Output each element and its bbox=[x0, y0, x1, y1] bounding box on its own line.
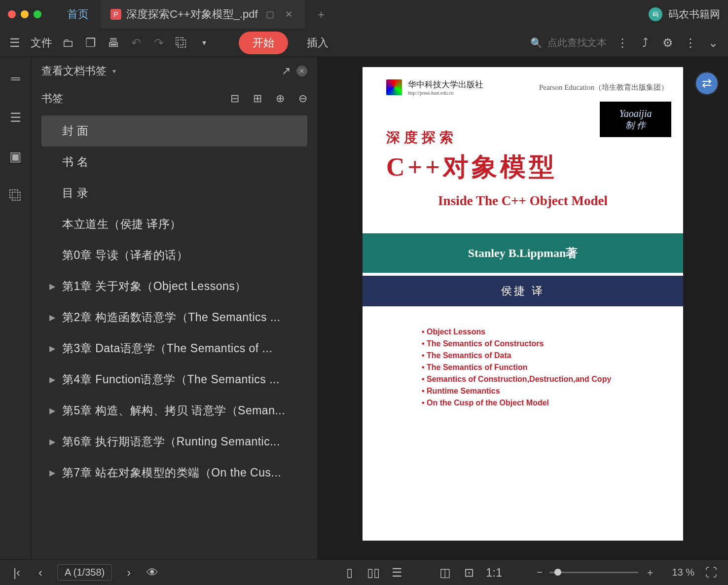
remove-bookmark-icon[interactable]: ⊖ bbox=[298, 92, 307, 105]
add-tab-button[interactable]: ＋ bbox=[305, 6, 337, 22]
bookmark-label: 封 面 bbox=[62, 123, 89, 139]
slider-thumb[interactable] bbox=[554, 569, 561, 576]
chevron-down-icon[interactable]: ▾ bbox=[112, 67, 116, 75]
minimize-window-button[interactable] bbox=[21, 10, 29, 18]
print-icon[interactable]: 🖶 bbox=[107, 36, 120, 50]
left-rail: ═ ☰ ▣ ⿻ bbox=[0, 57, 32, 559]
bookmark-label: 书 名 bbox=[62, 154, 89, 170]
bookmark-list: ▶封 面▶书 名▶目 录▶本立道生（侯捷 译序）▶第0章 导读（译者的话）▶第1… bbox=[32, 112, 317, 559]
pdf-icon: P bbox=[110, 9, 121, 20]
start-button[interactable]: 开始 bbox=[239, 32, 288, 54]
caret-right-icon[interactable]: ▶ bbox=[49, 282, 56, 291]
close-tab-icon[interactable]: ✕ bbox=[282, 9, 295, 20]
caret-right-icon[interactable]: ▶ bbox=[49, 344, 56, 353]
chevron-down-icon[interactable]: ▾ bbox=[197, 38, 211, 47]
caret-right-icon[interactable]: ▶ bbox=[49, 437, 56, 446]
publisher-name: 华中科技大学出版社 bbox=[408, 79, 483, 90]
insert-menu-button[interactable]: 插入 bbox=[307, 36, 328, 50]
external-display-icon[interactable]: ▢ bbox=[263, 9, 277, 20]
more-vertical-icon[interactable]: ⋮ bbox=[616, 36, 629, 50]
topic-item: Semantics of Construction,Destruction,an… bbox=[422, 373, 668, 385]
file-menu-button[interactable]: 文件 bbox=[31, 36, 52, 50]
sidebar-title: 查看文档书签 bbox=[41, 64, 107, 78]
user-area[interactable]: 码 码农书籍网 bbox=[649, 7, 720, 21]
first-page-icon[interactable]: |‹ bbox=[10, 566, 24, 580]
next-page-icon[interactable]: › bbox=[122, 566, 136, 580]
bookmark-item[interactable]: ▶目 录 bbox=[41, 178, 307, 209]
sidebar-header: 查看文档书签 ▾ ↗ ✕ bbox=[32, 57, 317, 85]
bookmark-label: 第3章 Data语意学（The Semantics of ... bbox=[62, 341, 272, 356]
collapse-icon[interactable]: ⌄ bbox=[706, 36, 720, 50]
caret-right-icon[interactable]: ▶ bbox=[49, 468, 56, 477]
close-sidebar-icon[interactable]: ✕ bbox=[296, 66, 307, 76]
menu-icon[interactable]: ☰ bbox=[8, 36, 22, 50]
bookmark-label: 本立道生（侯捷 译序） bbox=[62, 217, 182, 232]
slider-track[interactable] bbox=[549, 572, 638, 573]
bookmark-item[interactable]: ▶第0章 导读（译者的话） bbox=[41, 240, 307, 271]
fit-width-icon[interactable]: ◫ bbox=[438, 566, 452, 580]
bookmark-item[interactable]: ▶第6章 执行期语意学（Runting Semantic... bbox=[41, 426, 307, 457]
bookmark-label: 第5章 构造、解构、拷贝 语意学（Seman... bbox=[62, 403, 285, 418]
search-icon: 🔍 bbox=[530, 37, 543, 49]
caret-right-icon[interactable]: ▶ bbox=[49, 375, 56, 384]
thumbnail-icon[interactable]: ▣ bbox=[9, 149, 22, 164]
copy-icon[interactable]: ❐ bbox=[84, 36, 98, 50]
add-bookmark-icon[interactable]: ⊕ bbox=[276, 92, 285, 105]
bookmark-item[interactable]: ▶书 名 bbox=[41, 146, 307, 178]
gear-icon[interactable]: ⚙ bbox=[661, 36, 675, 50]
pearson-label: Pearson Education（培生教育出版集团） bbox=[539, 83, 668, 92]
prev-page-icon[interactable]: ‹ bbox=[34, 566, 47, 580]
statusbar: |‹ ‹ A (1/358) › 👁 ▯ ▯▯ ☰ ◫ ⊡ 1:1 − ＋ 13… bbox=[0, 559, 728, 585]
fit-page-icon[interactable]: ⊡ bbox=[462, 566, 476, 580]
badge-line-1: Yaoaijia bbox=[619, 108, 652, 119]
topic-item: Object Lessons bbox=[422, 326, 668, 338]
bookmark-item[interactable]: ▶第7章 站在对象模型的类端（On the Cus... bbox=[41, 457, 307, 488]
list-icon[interactable]: ☰ bbox=[10, 110, 21, 125]
topic-item: The Semantics of Constructors bbox=[422, 338, 668, 350]
fullscreen-icon[interactable]: ⛶ bbox=[704, 566, 718, 580]
translate-button[interactable]: ⇄ bbox=[694, 71, 719, 96]
bookmark-item[interactable]: ▶第4章 Function语意学（The Semantics ... bbox=[41, 364, 307, 395]
expand-icon[interactable]: ↗ bbox=[282, 65, 291, 77]
screenshot-icon[interactable]: ⿻ bbox=[175, 36, 188, 50]
topic-item: Runtime Semantics bbox=[422, 385, 668, 397]
caret-right-icon[interactable]: ▶ bbox=[49, 406, 56, 415]
author-band: Stanley B.Lippman著 bbox=[363, 233, 683, 273]
single-page-icon[interactable]: ▯ bbox=[343, 566, 357, 580]
bookmark-item[interactable]: ▶第1章 关于对象（Object Lessons） bbox=[41, 271, 307, 302]
attachment-icon[interactable]: ⿻ bbox=[9, 188, 22, 203]
close-window-button[interactable] bbox=[8, 10, 16, 18]
outline-toggle-icon[interactable]: ═ bbox=[11, 71, 20, 86]
bookmark-label: 第0章 导读（译者的话） bbox=[62, 248, 188, 263]
undo-icon[interactable]: ↶ bbox=[129, 36, 143, 50]
bookmark-item[interactable]: ▶第2章 构造函数语意学（The Semantics ... bbox=[41, 302, 307, 333]
tab-home[interactable]: 首页 bbox=[55, 0, 101, 29]
tab-document[interactable]: P 深度探索C++对象模型_.pdf ▢ ✕ bbox=[101, 0, 305, 29]
caret-right-icon[interactable]: ▶ bbox=[49, 313, 56, 322]
bookmark-item[interactable]: ▶封 面 bbox=[41, 115, 307, 146]
zoom-slider[interactable]: − ＋ bbox=[537, 566, 655, 579]
zoom-level-label: 13 % bbox=[665, 567, 694, 578]
collapse-all-icon[interactable]: ⊟ bbox=[230, 92, 239, 105]
actual-size-icon[interactable]: 1:1 bbox=[486, 566, 502, 580]
topic-list: Object LessonsThe Semantics of Construct… bbox=[363, 306, 683, 409]
share-icon[interactable]: ⤴ bbox=[638, 36, 652, 50]
search-placeholder: 点此查找文本 bbox=[547, 36, 607, 49]
redo-icon[interactable]: ↷ bbox=[152, 36, 166, 50]
bookmark-item[interactable]: ▶第3章 Data语意学（The Semantics of ... bbox=[41, 333, 307, 364]
viewer-content[interactable]: 华中科技大学出版社 http://press.hust.edu.cn Pears… bbox=[318, 57, 728, 559]
expand-all-icon[interactable]: ⊞ bbox=[253, 92, 262, 105]
maximize-window-button[interactable] bbox=[34, 10, 41, 18]
bookmark-label: 第2章 构造函数语意学（The Semantics ... bbox=[62, 310, 281, 325]
two-page-icon[interactable]: ▯▯ bbox=[366, 566, 380, 580]
page-indicator-input[interactable]: A (1/358) bbox=[57, 564, 112, 581]
search-area[interactable]: 🔍 点此查找文本 bbox=[530, 36, 607, 49]
bookmark-item[interactable]: ▶本立道生（侯捷 译序） bbox=[41, 209, 307, 240]
bookmark-item[interactable]: ▶第5章 构造、解构、拷贝 语意学（Seman... bbox=[41, 395, 307, 426]
zoom-in-icon[interactable]: ＋ bbox=[645, 566, 655, 579]
open-folder-icon[interactable]: 🗀 bbox=[61, 36, 75, 50]
zoom-out-icon[interactable]: − bbox=[537, 567, 543, 578]
eye-icon[interactable]: 👁 bbox=[146, 566, 159, 580]
continuous-icon[interactable]: ☰ bbox=[390, 566, 404, 580]
overflow-icon[interactable]: ⋮ bbox=[684, 36, 697, 50]
